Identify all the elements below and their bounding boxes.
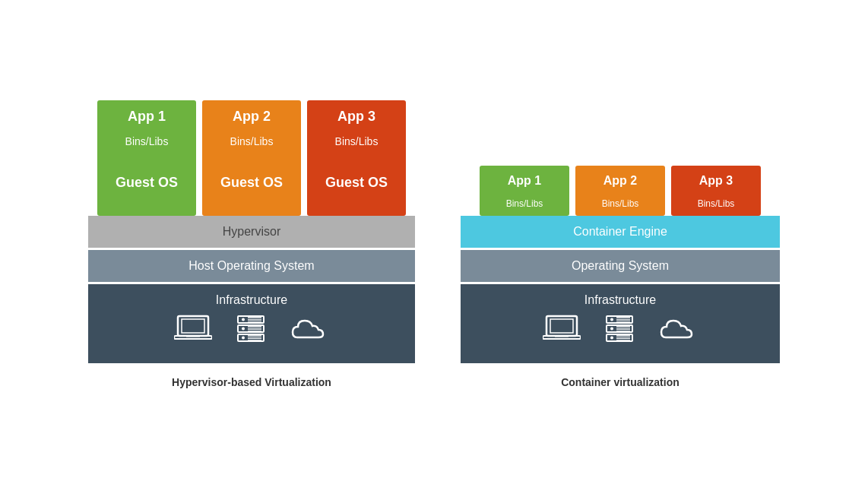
svg-rect-20 xyxy=(550,319,573,333)
left-bins1-label: Bins/Libs xyxy=(100,131,194,152)
left-host-os-layer: Host Operating System xyxy=(88,250,415,282)
right-container-red: App 3 Bins/Libs xyxy=(671,166,761,216)
left-app3-label: App 3 xyxy=(309,103,404,131)
svg-rect-1 xyxy=(182,319,204,333)
left-infra-text: Infrastructure xyxy=(216,293,287,306)
left-app1-label: App 1 xyxy=(100,103,194,131)
laptop-icon-right xyxy=(543,315,581,343)
left-infra-icons xyxy=(96,307,407,354)
right-container-engine-layer: Container Engine xyxy=(461,216,780,248)
right-infra-text: Infrastructure xyxy=(584,293,656,306)
right-app3-label: App 3 xyxy=(673,168,759,194)
left-infra-layer: Infrastructure xyxy=(88,284,415,363)
left-container-orange: App 2 Bins/Libs Guest OS xyxy=(202,100,301,216)
right-infra-icons xyxy=(468,307,772,354)
left-stack: Hypervisor Host Operating System Infrast… xyxy=(88,216,415,365)
svg-point-34 xyxy=(610,337,613,340)
right-bins1-label: Bins/Libs xyxy=(482,194,567,214)
laptop-icon-left xyxy=(174,315,212,343)
svg-rect-22 xyxy=(555,336,569,337)
right-app2-label: App 2 xyxy=(578,168,663,194)
svg-point-10 xyxy=(242,328,245,331)
server-icon-left xyxy=(235,315,267,343)
right-infra-layer: Infrastructure xyxy=(461,284,780,363)
left-container-green: App 1 Bins/Libs Guest OS xyxy=(97,100,196,216)
diagram-wrapper: App 1 Bins/Libs Guest OS App 2 Bins/Libs… xyxy=(58,78,810,403)
right-container-green: App 1 Bins/Libs xyxy=(480,166,569,216)
left-bins3-label: Bins/Libs xyxy=(309,131,404,152)
left-guestos1-label: Guest OS xyxy=(100,152,194,214)
right-app1-label: App 1 xyxy=(482,168,567,194)
left-guestos3-label: Guest OS xyxy=(309,152,404,214)
left-hypervisor-layer: Hypervisor xyxy=(88,216,415,248)
cloud-icon-left xyxy=(290,315,329,343)
right-diagram-label: Container virtualization xyxy=(561,376,680,388)
right-stack: Container Engine Operating System Infras… xyxy=(461,216,780,365)
server-icon-right xyxy=(603,315,635,343)
left-app2-label: App 2 xyxy=(204,103,299,131)
right-containers-row: App 1 Bins/Libs App 2 Bins/Libs App 3 Bi… xyxy=(480,166,761,216)
svg-point-29 xyxy=(610,328,613,331)
left-containers-row: App 1 Bins/Libs Guest OS App 2 Bins/Libs… xyxy=(97,100,406,216)
left-diagram-label: Hypervisor-based Virtualization xyxy=(172,376,331,388)
left-section: App 1 Bins/Libs Guest OS App 2 Bins/Libs… xyxy=(88,100,415,388)
right-section: App 1 Bins/Libs App 2 Bins/Libs App 3 Bi… xyxy=(461,166,780,388)
svg-rect-3 xyxy=(186,336,200,337)
svg-point-15 xyxy=(242,337,245,340)
svg-point-24 xyxy=(610,318,613,321)
svg-point-5 xyxy=(242,318,245,321)
right-container-orange: App 2 Bins/Libs xyxy=(575,166,665,216)
right-os-layer: Operating System xyxy=(461,250,780,282)
left-guestos2-label: Guest OS xyxy=(204,152,299,214)
left-container-red: App 3 Bins/Libs Guest OS xyxy=(307,100,406,216)
right-bins2-label: Bins/Libs xyxy=(578,194,663,214)
cloud-icon-right xyxy=(658,315,698,343)
right-bins3-label: Bins/Libs xyxy=(673,194,759,214)
left-bins2-label: Bins/Libs xyxy=(204,131,299,152)
